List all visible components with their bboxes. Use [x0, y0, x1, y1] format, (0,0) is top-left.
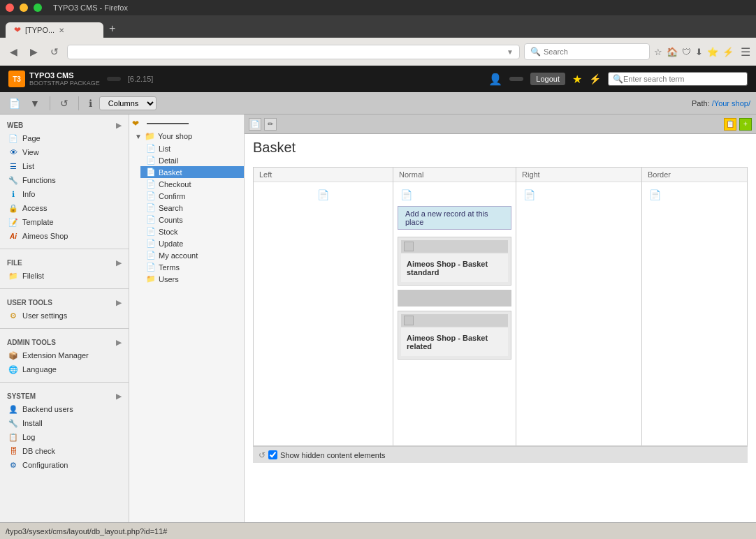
file-section-arrow[interactable]: ▶	[116, 259, 122, 267]
browser-search-bar[interactable]: 🔍	[524, 43, 650, 60]
refresh-small-icon[interactable]: ↺	[259, 450, 266, 460]
typo3-search-input[interactable]	[623, 75, 743, 83]
flash-icon[interactable]: ⚡	[589, 73, 601, 84]
tree-item-stock[interactable]: 📄 Stock	[140, 226, 244, 237]
filter-icon[interactable]: ▼	[27, 96, 43, 110]
sidebar-view-label: View	[22, 148, 39, 156]
tree-item-myaccount[interactable]: 📄 My account	[140, 249, 244, 261]
content-edit-icon[interactable]: ✏	[264, 118, 277, 131]
template-icon: 📝	[8, 217, 18, 227]
sidebar-item-db-check[interactable]: 🗄 DB check	[0, 444, 129, 458]
footer-bar: ↺ Show hidden content elements	[253, 446, 748, 463]
tree-shop-toggle[interactable]: ▼	[135, 133, 142, 140]
forward-button[interactable]: ▶	[26, 43, 42, 60]
tree-root-item[interactable]: ❤	[129, 117, 244, 130]
sidebar-item-configuration[interactable]: ⚙ Configuration	[0, 458, 129, 472]
tree-item-list[interactable]: 📄 List	[140, 142, 244, 154]
tree-item-confirm[interactable]: 📄 Confirm	[140, 190, 244, 202]
sidebar-item-log[interactable]: 📋 Log	[0, 430, 129, 444]
close-btn[interactable]	[6, 3, 14, 12]
content-green-add-icon[interactable]: +	[739, 118, 752, 131]
sidebar-item-info[interactable]: ℹ Info	[0, 187, 129, 201]
user-tools-arrow[interactable]: ▶	[116, 299, 122, 307]
maximize-btn[interactable]	[34, 3, 42, 12]
sidebar-item-user-settings[interactable]: ⚙ User settings	[0, 309, 129, 323]
star-icon[interactable]: ☆	[654, 47, 662, 57]
tree-item-search[interactable]: 📄 Search	[140, 202, 244, 214]
minimize-btn[interactable]	[20, 3, 28, 12]
system-arrow[interactable]: ▶	[116, 392, 122, 400]
sidebar-item-backend-users[interactable]: 👤 Backend users	[0, 402, 129, 416]
browser-search-input[interactable]	[544, 47, 644, 56]
element-icon-basket-related	[404, 316, 414, 325]
columns-select[interactable]: Columns	[99, 96, 157, 110]
col-normal-add-icon[interactable]: 📄	[398, 186, 511, 203]
shield-icon[interactable]: 🛡	[682, 47, 691, 57]
access-icon: 🔒	[8, 203, 18, 213]
add-record-icon-left[interactable]: 📄	[317, 189, 329, 200]
reload-button[interactable]: ↺	[46, 43, 63, 60]
active-tab[interactable]: ❤ [TYPO... ✕	[6, 22, 103, 38]
favorites-star-icon[interactable]: ★	[572, 73, 582, 86]
new-tab-button[interactable]: +	[106, 20, 118, 38]
tree-item-checkout[interactable]: 📄 Checkout	[140, 178, 244, 190]
extensions-icon[interactable]: ⚡	[722, 47, 734, 57]
tree-shop-item[interactable]: ▼ 📁 Your shop	[129, 130, 244, 142]
tree-children: 📄 List 📄 Detail 📄 Basket 📄 Checkout	[129, 142, 244, 285]
logout-button[interactable]: Logout	[530, 73, 565, 85]
col-border-add-icon[interactable]: 📄	[646, 186, 743, 203]
col-right-add-icon[interactable]: 📄	[521, 186, 637, 203]
download-icon[interactable]: ⬇	[695, 47, 703, 57]
add-page-icon[interactable]: 📄	[6, 96, 23, 110]
admin-tools-arrow[interactable]: ▶	[116, 339, 122, 346]
add-record-icon-border[interactable]: 📄	[649, 189, 661, 200]
content-add-icon[interactable]: 📄	[249, 118, 261, 131]
sidebar-item-ext-manager[interactable]: 📦 Extension Manager	[0, 348, 129, 362]
tree-item-users[interactable]: 📁 Users	[140, 273, 244, 285]
tree-item-counts[interactable]: 📄 Counts	[140, 214, 244, 226]
page-content: Basket Left 📄 Normal	[245, 134, 756, 522]
col-left-add-icon[interactable]: 📄	[258, 186, 388, 203]
col-normal: Normal 📄 Add a new record at this place	[393, 168, 516, 445]
menu-icon[interactable]: ☰	[741, 45, 750, 59]
sidebar-item-install[interactable]: 🔧 Install	[0, 416, 129, 430]
tree-page-icon-list: 📄	[146, 144, 156, 153]
sidebar-item-aimeos[interactable]: Ai Aimeos Shop	[0, 229, 129, 243]
add-record-icon-normal[interactable]: 📄	[400, 189, 412, 200]
home-icon[interactable]: 🏠	[667, 47, 678, 57]
tree-item-basket[interactable]: 📄 Basket	[140, 166, 244, 178]
bookmark-icon[interactable]: ⭐	[707, 47, 718, 57]
show-hidden-checkbox[interactable]	[268, 450, 277, 459]
typo3-search-wrap[interactable]: 🔍	[608, 72, 748, 86]
col-right-header: Right	[516, 168, 641, 182]
info-icon[interactable]: ℹ	[86, 96, 95, 110]
tree-item-update[interactable]: 📄 Update	[140, 237, 244, 249]
tree-item-detail[interactable]: 📄 Detail	[140, 154, 244, 166]
sidebar-item-filelist[interactable]: 📁 Filelist	[0, 269, 129, 283]
file-section-header: FILE ▶	[0, 255, 129, 269]
path-link[interactable]: /Your shop/	[712, 99, 750, 108]
sidebar-item-language[interactable]: 🌐 Language	[0, 362, 129, 376]
tab-close-icon[interactable]: ✕	[59, 27, 64, 34]
back-button[interactable]: ◀	[6, 43, 22, 60]
show-hidden-label: Show hidden content elements	[280, 451, 385, 459]
sidebar-log-label: Log	[22, 433, 35, 441]
tree-item-terms[interactable]: 📄 Terms	[140, 261, 244, 273]
url-bar[interactable]: ▼	[67, 45, 520, 59]
sidebar-item-access[interactable]: 🔒 Access	[0, 201, 129, 215]
sidebar-item-functions[interactable]: 🔧 Functions	[0, 173, 129, 187]
element-header-basket-standard	[401, 240, 508, 253]
add-record-btn[interactable]: Add a new record at this place	[398, 206, 511, 230]
sidebar-item-page[interactable]: 📄 Page	[0, 131, 129, 145]
logo-subbrand: BOOTSTRAP PACKAGE	[29, 80, 100, 87]
sidebar-item-list[interactable]: ☰ List	[0, 159, 129, 173]
columns-layout: Left 📄 Normal 📄	[253, 167, 748, 446]
url-dropdown-icon[interactable]: ▼	[507, 48, 514, 56]
web-section-arrow[interactable]: ▶	[116, 121, 122, 129]
sidebar-template-label: Template	[22, 218, 54, 226]
refresh-icon[interactable]: ↺	[57, 96, 71, 110]
sidebar-item-view[interactable]: 👁 View	[0, 145, 129, 159]
add-record-icon-right[interactable]: 📄	[523, 189, 535, 200]
content-yellow-box-icon[interactable]: 📋	[724, 118, 736, 131]
sidebar-item-template[interactable]: 📝 Template	[0, 215, 129, 229]
